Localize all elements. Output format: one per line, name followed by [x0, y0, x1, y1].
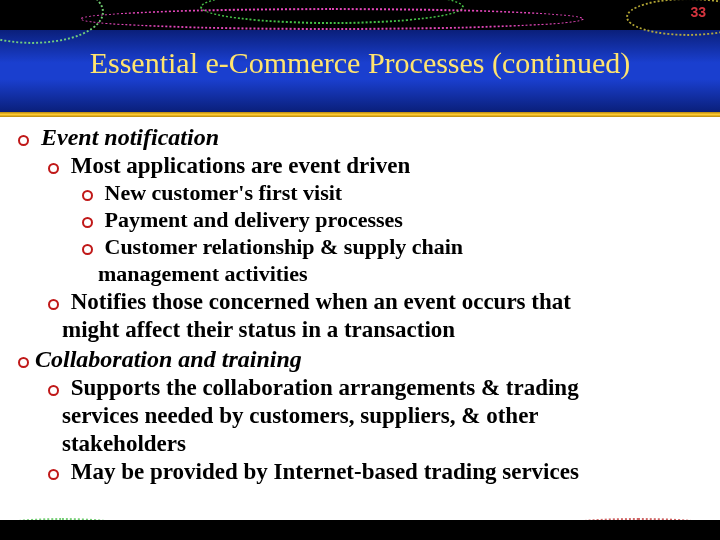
- text: Payment and delivery processes: [105, 207, 403, 232]
- bullet-icon: [48, 469, 59, 480]
- heading-collab: Collaboration and training: [18, 345, 708, 373]
- sub-crm-cont: management activities: [18, 261, 708, 287]
- bottom-band: [0, 520, 720, 540]
- sub-provided: May be provided by Internet-based tradin…: [48, 458, 708, 485]
- sub-notify-cont: might affect their status in a transacti…: [18, 316, 708, 343]
- heading-event: Event notification: [18, 123, 708, 151]
- sub-notify: Notifies those concerned when an event o…: [48, 288, 708, 315]
- bullet-icon: [18, 135, 29, 146]
- slide: 33 Essential e-Commerce Processes (conti…: [0, 0, 720, 540]
- sub-support-cont1: services needed by customers, suppliers,…: [18, 402, 708, 429]
- content-area: Event notification Most applications are…: [18, 122, 708, 518]
- text: Most applications are event driven: [71, 153, 410, 178]
- text: Supports the collaboration arrangements …: [71, 375, 579, 400]
- text: Collaboration and training: [35, 346, 302, 372]
- text: Notifies those concerned when an event o…: [71, 289, 571, 314]
- bullet-icon: [82, 217, 93, 228]
- bullet-icon: [18, 357, 29, 368]
- bullet-icon: [82, 190, 93, 201]
- sub-visit: New customer's first visit: [82, 180, 708, 206]
- sub-payment: Payment and delivery processes: [82, 207, 708, 233]
- page-number: 33: [690, 4, 706, 20]
- sub-event-driven: Most applications are event driven: [48, 152, 708, 179]
- sub-support-cont2: stakeholders: [18, 430, 708, 457]
- text: Customer relationship & supply chain: [105, 234, 464, 259]
- text: New customer's first visit: [105, 180, 343, 205]
- sub-crm: Customer relationship & supply chain: [82, 234, 708, 260]
- slide-title: Essential e-Commerce Processes (continue…: [0, 46, 720, 80]
- bullet-icon: [48, 163, 59, 174]
- bullet-icon: [48, 299, 59, 310]
- gold-divider: [0, 112, 720, 117]
- top-band: [0, 0, 720, 30]
- bullet-icon: [48, 385, 59, 396]
- text: Event notification: [41, 124, 219, 150]
- text: May be provided by Internet-based tradin…: [71, 459, 579, 484]
- sub-support: Supports the collaboration arrangements …: [48, 374, 708, 401]
- bullet-icon: [82, 244, 93, 255]
